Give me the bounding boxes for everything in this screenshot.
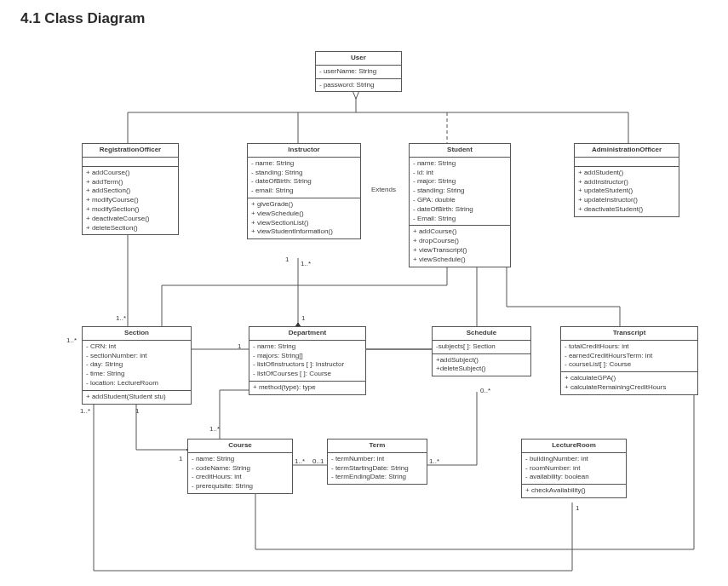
- attrs: - name: String - majors: String[] - list…: [249, 341, 365, 382]
- extends-label: Extends: [371, 186, 396, 193]
- class-registrationofficer: RegistrationOfficer + addCourse() + addT…: [82, 143, 179, 235]
- class-name: LectureRoom: [522, 440, 626, 453]
- class-department: Department - name: String - majors: Stri…: [249, 326, 366, 395]
- class-name: Student: [410, 144, 510, 158]
- attrs-empty: [83, 158, 178, 167]
- mult: 1: [179, 455, 182, 462]
- mult: 0..*: [480, 387, 490, 394]
- attrs: - name: String - codeName: String - cred…: [188, 453, 292, 493]
- attrs: - name: String - standing: String - date…: [248, 158, 360, 198]
- ops: + method(type): type: [249, 382, 365, 394]
- attrs: - userName: String: [316, 66, 401, 79]
- attrs: - totalCreditHours: int - earnedCreditHo…: [561, 341, 697, 372]
- ops: + addCourse() + dropCourse() + viewTrans…: [410, 226, 510, 266]
- class-name: User: [316, 52, 401, 66]
- ops: + addStudent() + addInstructor() + updat…: [575, 167, 679, 216]
- class-name: Schedule: [433, 327, 530, 341]
- mult: 1..*: [66, 336, 77, 344]
- attrs: - buildingNumber: int - roomNumber: int …: [522, 453, 626, 485]
- attrs: - name: String - id: int - major: String…: [410, 158, 510, 227]
- attrs2: - password: String: [316, 79, 401, 92]
- ops: + addCourse() + addTerm() + addSection()…: [83, 167, 178, 235]
- class-schedule: Schedule -subjects[ ]: Section +addSubje…: [432, 326, 531, 376]
- mult: 1: [238, 342, 241, 350]
- mult: 1..*: [80, 407, 90, 415]
- mult: 1..*: [209, 425, 220, 433]
- mult: 1..*: [301, 260, 311, 267]
- attrs: -subjects[ ]: Section: [433, 341, 530, 354]
- mult: 0..1: [312, 457, 324, 465]
- ops: + giveGrade() + viewSchedule() + viewSec…: [248, 198, 360, 238]
- attrs: - termNumber: int - termStartingDate: St…: [328, 453, 427, 484]
- class-name: Department: [249, 327, 365, 341]
- class-name: Section: [83, 327, 191, 341]
- mult: 1: [576, 504, 579, 512]
- mult: 1..*: [116, 314, 126, 322]
- class-name: Course: [188, 440, 292, 453]
- class-student: Student - name: String - id: int - major…: [409, 143, 511, 267]
- attrs-empty: [575, 158, 679, 167]
- class-course: Course - name: String - codeName: String…: [187, 439, 293, 494]
- class-user: User - userName: String - password: Stri…: [315, 51, 402, 92]
- class-name: RegistrationOfficer: [83, 144, 178, 158]
- class-section: Section - CRN: int - sectionNumber: int …: [82, 326, 192, 405]
- class-name: Term: [328, 440, 427, 453]
- attrs: - CRN: int - sectionNumber: int - day: S…: [83, 341, 191, 391]
- mult: 1..*: [429, 457, 439, 465]
- mult: 1: [301, 314, 305, 322]
- class-name: Instructor: [248, 144, 360, 158]
- mult: 1: [285, 256, 289, 263]
- ops: + calculateGPA() + calculateRemainingCre…: [561, 372, 697, 394]
- class-name: AdministrationOfficer: [575, 144, 679, 158]
- class-transcript: Transcript - totalCreditHours: int - ear…: [560, 326, 698, 395]
- class-instructor: Instructor - name: String - standing: St…: [247, 143, 361, 239]
- ops: + checkAvailability(): [522, 485, 626, 497]
- class-term: Term - termNumber: int - termStartingDat…: [327, 439, 427, 485]
- class-lectureroom: LectureRoom - buildingNumber: int - room…: [521, 439, 627, 498]
- mult: 1: [135, 407, 139, 415]
- ops: + addStudent(Student stu): [83, 391, 191, 404]
- class-name: Transcript: [561, 327, 697, 341]
- class-administrationofficer: AdministrationOfficer + addStudent() + a…: [574, 143, 679, 217]
- mult: 1..*: [295, 457, 305, 465]
- ops: +addSubject() +deleteSubject(): [433, 354, 530, 376]
